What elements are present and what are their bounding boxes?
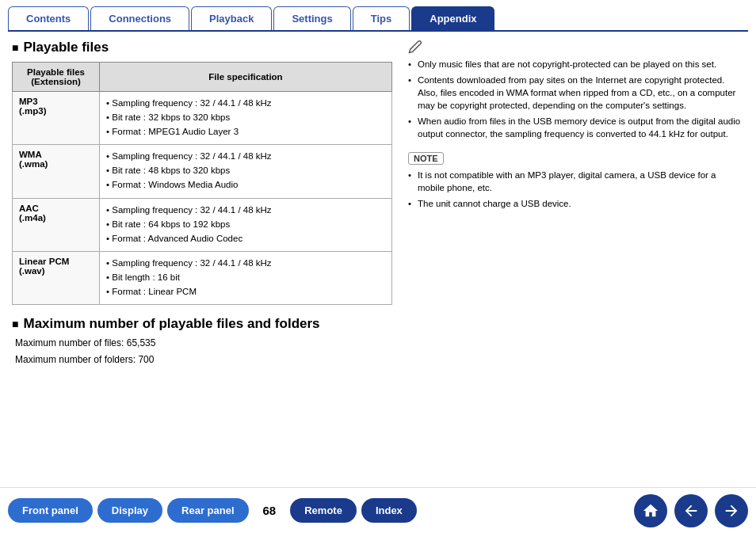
format-cell: AAC(.m4a)	[13, 198, 100, 251]
forward-arrow-icon	[723, 502, 740, 520]
note-item: It is not compatible with an MP3 player,…	[408, 169, 744, 194]
spec-cell: Sampling frequency : 32 / 44.1 / 48 kHzB…	[100, 198, 392, 251]
pencil-icon	[408, 40, 422, 54]
back-button[interactable]	[674, 494, 708, 527]
spec-item: Sampling frequency : 32 / 44.1 / 48 kHz	[106, 97, 385, 109]
copyright-note-item: Contents downloaded from pay sites on th…	[408, 74, 744, 112]
tab-settings[interactable]: Settings	[273, 6, 350, 30]
max-section: Maximum number of playable files and fol…	[12, 316, 392, 367]
playable-files-table: Playable files(Extension) File specifica…	[12, 62, 392, 305]
rear-panel-button[interactable]: Rear panel	[167, 498, 248, 523]
main-content: Playable files Playable files(Extension)…	[0, 32, 756, 375]
forward-button[interactable]	[715, 494, 748, 527]
spec-item: Bit length : 16 bit	[106, 271, 385, 284]
note-label: NOTE	[408, 152, 444, 165]
spec-item: Format : MPEG1 Audio Layer 3	[106, 125, 385, 138]
tab-contents[interactable]: Contents	[8, 6, 89, 30]
top-tabs: Contents Connections Playback Settings T…	[0, 0, 756, 30]
tab-appendix[interactable]: Appendix	[411, 6, 494, 30]
copyright-note-item: When audio from files in the USB memory …	[408, 115, 744, 140]
spec-item: Bit rate : 48 kbps to 320 kbps	[106, 164, 385, 177]
copyright-note-item: Only music files that are not copyright-…	[408, 58, 744, 70]
left-column: Playable files Playable files(Extension)…	[12, 40, 392, 367]
spec-item: Sampling frequency : 32 / 44.1 / 48 kHz	[106, 257, 385, 269]
format-cell: Linear PCM(.wav)	[13, 251, 100, 304]
tab-tips[interactable]: Tips	[353, 6, 410, 30]
front-panel-button[interactable]: Front panel	[8, 498, 93, 523]
tab-connections[interactable]: Connections	[90, 6, 189, 30]
spec-item: Format : Advanced Audio Codec	[106, 232, 385, 245]
spec-cell: Sampling frequency : 32 / 44.1 / 48 kHzB…	[100, 92, 392, 145]
spec-item: Format : Windows Media Audio	[106, 178, 385, 191]
spec-item: Format : Linear PCM	[106, 285, 385, 298]
home-icon	[642, 502, 659, 520]
page-number: 68	[254, 504, 286, 517]
max-folders-count: Maximum number of folders: 700	[15, 352, 392, 367]
note-items-list: It is not compatible with an MP3 player,…	[408, 169, 744, 210]
tab-playback[interactable]: Playback	[191, 6, 272, 30]
spec-cell: Sampling frequency : 32 / 44.1 / 48 kHzB…	[100, 145, 392, 198]
table-row: AAC(.m4a)Sampling frequency : 32 / 44.1 …	[13, 198, 392, 251]
col-spec-header: File specification	[100, 63, 392, 92]
spec-item: Bit rate : 32 kbps to 320 kbps	[106, 111, 385, 124]
right-column: Only music files that are not copyright-…	[408, 40, 744, 367]
index-button[interactable]: Index	[361, 498, 417, 523]
table-row: WMA(.wma)Sampling frequency : 32 / 44.1 …	[13, 145, 392, 198]
format-cell: MP3(.mp3)	[13, 92, 100, 145]
table-row: Linear PCM(.wav)Sampling frequency : 32 …	[13, 251, 392, 304]
home-button[interactable]	[634, 494, 667, 527]
max-files-count: Maximum number of files: 65,535	[15, 335, 392, 351]
max-files-title: Maximum number of playable files and fol…	[12, 316, 392, 332]
display-button[interactable]: Display	[97, 498, 162, 523]
remote-button[interactable]: Remote	[290, 498, 357, 523]
spec-item: Bit rate : 64 kbps to 192 kbps	[106, 218, 385, 230]
back-arrow-icon	[682, 502, 700, 520]
format-cell: WMA(.wma)	[13, 145, 100, 198]
bottom-bar: Front panel Display Rear panel 68 Remote…	[0, 487, 756, 533]
playable-files-title: Playable files	[12, 40, 392, 55]
spec-item: Sampling frequency : 32 / 44.1 / 48 kHz	[106, 204, 385, 216]
spec-item: Sampling frequency : 32 / 44.1 / 48 kHz	[106, 150, 385, 162]
copyright-notes-list: Only music files that are not copyright-…	[408, 58, 744, 141]
col-format-header: Playable files(Extension)	[13, 63, 100, 92]
note-item: The unit cannot charge a USB device.	[408, 197, 744, 210]
table-row: MP3(.mp3)Sampling frequency : 32 / 44.1 …	[13, 92, 392, 145]
spec-cell: Sampling frequency : 32 / 44.1 / 48 kHzB…	[100, 251, 392, 304]
